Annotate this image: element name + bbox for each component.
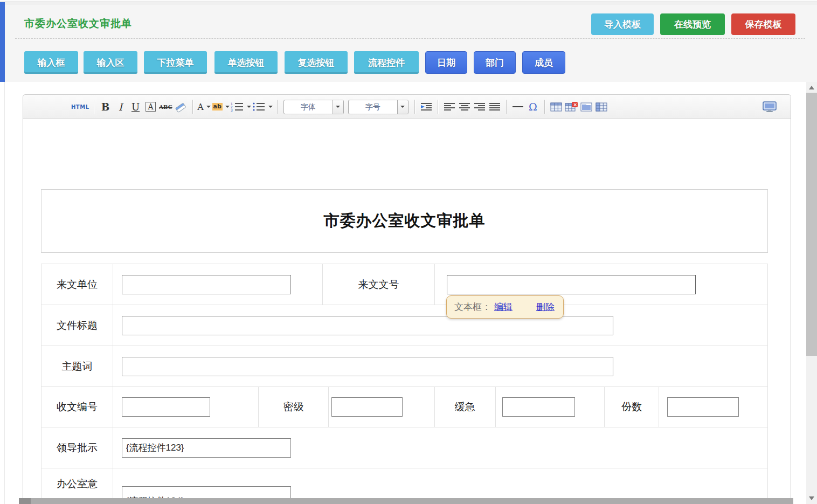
incoming-number-input[interactable] [447,275,696,294]
cell-leader-comments [113,427,767,468]
align-right-icon [474,102,486,112]
table-row: 文件标题 [41,305,767,346]
highlight-ab-icon: ab [212,103,223,111]
panel-left-border [4,82,5,504]
align-justify-button[interactable] [488,99,502,115]
horizontal-rule-icon [513,106,523,107]
secrecy-level-input[interactable] [331,397,403,417]
insert-table-button[interactable] [549,99,563,115]
label-urgency: 缓急 [434,387,495,427]
palette-date-button[interactable]: 日期 [425,51,467,74]
subject-words-input[interactable] [122,357,613,376]
italic-button[interactable]: I [114,99,128,115]
delete-link[interactable]: 删除 [536,301,555,313]
svg-text:×: × [573,102,577,107]
font-size-value: 字号 [349,100,397,114]
cell-file-title [113,305,767,346]
label-incoming-unit: 来文单位 [41,264,113,305]
online-preview-button[interactable]: 在线预览 [660,13,725,35]
window-left-strip [0,2,5,82]
vertical-scrollbar[interactable] [806,82,817,504]
cell-urgency [495,387,605,427]
palette-dropdown-button[interactable]: 下拉菜单 [144,51,207,74]
eraser-icon [175,101,188,113]
edit-link[interactable]: 编辑 [494,301,513,313]
align-center-button[interactable] [458,99,472,115]
leader-comments-input[interactable] [122,438,291,458]
palette-department-button[interactable]: 部门 [474,51,516,74]
receipt-number-input[interactable] [122,397,210,417]
chevron-down-icon [400,106,405,108]
cell-properties-button[interactable] [579,99,593,115]
editor-canvas[interactable]: 市委办公室收文审批单 来文单位 来文文号 文件标题 [23,120,791,503]
delete-table-button[interactable]: × [564,99,578,115]
bottom-bar [19,498,793,504]
font-family-arrow-button[interactable] [333,100,343,114]
underline-button[interactable]: U [129,99,143,115]
palette-radio-button[interactable]: 单选按钮 [214,51,278,74]
font-size-arrow-button[interactable] [397,100,408,114]
table-properties-button[interactable] [594,99,608,115]
font-style-button[interactable]: A [144,99,158,115]
incoming-unit-input[interactable] [122,275,291,294]
scroll-down-button[interactable] [806,494,817,503]
palette-input-area-button[interactable]: 输入区 [84,51,137,74]
document-title: 市委办公室收文审批单 [324,210,486,232]
cell-subject-words [113,346,767,386]
label-receipt-number: 收文编号 [41,387,113,427]
delete-table-icon: × [565,102,578,112]
toolbar-separator [94,100,94,114]
scroll-up-button[interactable] [806,83,817,92]
palette-process-control-button[interactable]: 流程控件 [354,51,419,74]
align-left-button[interactable] [442,99,456,115]
ordered-list-icon: 1 2 3 [231,102,244,112]
align-justify-icon [489,102,501,112]
cell-secrecy-level [328,387,434,427]
cell-receipt-number [113,387,259,427]
import-template-button[interactable]: 导入模板 [591,13,654,35]
editor-toolbar: HTML B I U A ABC A ab [23,95,791,119]
chevron-down-icon [247,106,251,108]
remove-format-button[interactable] [174,99,188,115]
save-template-button[interactable]: 保存模板 [731,13,795,35]
toolbar-separator [192,100,193,114]
label-subject-words: 主题词 [41,346,113,386]
table-row: 主题词 [41,346,767,386]
indent-button[interactable] [419,99,433,115]
header-panel: 市委办公室收文审批单 导入模板 在线预览 保存模板 输入框 输入区 下拉菜单 单… [5,5,817,82]
special-char-button[interactable]: Ω [526,99,540,115]
down-arrow-icon [809,496,814,500]
toolbar-separator [277,100,278,114]
font-color-button[interactable]: A [197,99,211,115]
font-family-select[interactable]: 字体 [283,100,344,114]
palette-input-box-button[interactable]: 输入框 [24,51,78,74]
palette-checkbox-button[interactable]: 复选按钮 [285,51,348,74]
scrollbar-thumb[interactable] [806,93,817,356]
toolbar-separator [544,100,545,114]
fullscreen-button[interactable] [763,99,777,115]
chevron-down-icon [268,106,273,108]
label-secrecy-level: 密级 [258,387,328,427]
font-size-select[interactable]: 字号 [348,100,408,114]
align-left-icon [444,102,455,112]
label-incoming-number: 来文文号 [322,264,434,305]
table-row: 领导批示 [41,427,767,468]
horizontal-rule-button[interactable] [511,99,525,115]
align-right-button[interactable] [473,99,487,115]
toolbar-separator [506,100,507,114]
svg-text:3: 3 [231,108,233,112]
header-divider [15,38,805,39]
table-row: 收文编号 密级 缓急 份数 [41,386,767,427]
copies-input[interactable] [667,397,739,417]
chevron-down-icon [225,106,230,108]
align-center-icon [459,102,470,112]
palette-member-button[interactable]: 成员 [522,51,565,74]
html-source-button[interactable]: HTML [71,99,89,115]
strikethrough-button[interactable]: ABC [159,99,173,115]
bold-button[interactable]: B [99,99,113,115]
highlight-color-button[interactable]: ab [212,99,230,115]
ordered-list-button[interactable]: 1 2 3 [231,99,251,115]
unordered-list-button[interactable] [252,99,273,115]
urgency-input[interactable] [502,397,575,417]
toolbar-separator [414,100,415,114]
